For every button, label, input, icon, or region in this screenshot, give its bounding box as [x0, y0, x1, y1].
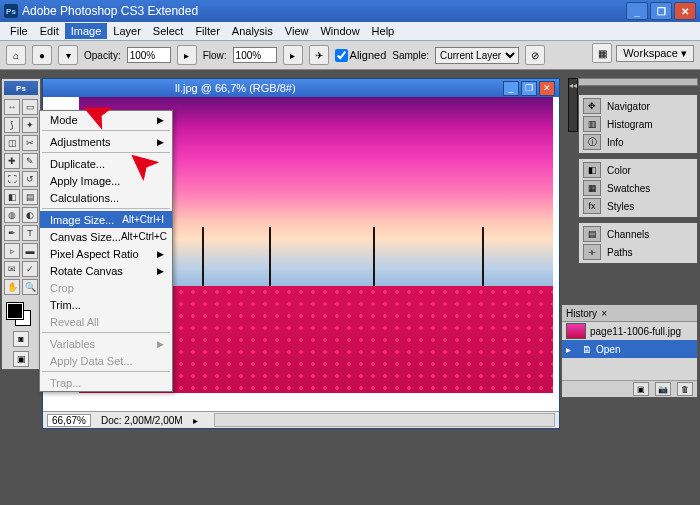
- path-tool[interactable]: ▹: [4, 243, 20, 259]
- menu-separator: [42, 208, 170, 209]
- panel-group-channels: ▤Channels⟛Paths: [578, 222, 698, 264]
- sample-ignore-icon[interactable]: ⊘: [525, 45, 545, 65]
- maximize-button[interactable]: ❐: [650, 2, 672, 20]
- menu-item-mode[interactable]: Mode▶: [40, 111, 172, 128]
- wand-tool[interactable]: ✦: [22, 117, 38, 133]
- aligned-checkbox[interactable]: [335, 49, 348, 62]
- menu-item-label: Trap...: [50, 377, 81, 389]
- marquee-tool[interactable]: ▭: [22, 99, 38, 115]
- toolbox-header[interactable]: Ps: [4, 81, 38, 95]
- menu-item-label: Variables: [50, 338, 95, 350]
- doc-maximize-button[interactable]: ❐: [521, 81, 537, 96]
- menu-help[interactable]: Help: [366, 23, 401, 39]
- menu-view[interactable]: View: [279, 23, 315, 39]
- zoom-field[interactable]: 66,67%: [47, 414, 91, 427]
- history-empty: [562, 358, 697, 380]
- menu-item-duplicate[interactable]: Duplicate...: [40, 155, 172, 172]
- history-brush-target-icon[interactable]: ▸: [566, 344, 578, 355]
- menu-item-rotate-canvas[interactable]: Rotate Canvas▶: [40, 262, 172, 279]
- dodge-tool[interactable]: ◐: [22, 207, 38, 223]
- panel-row-info[interactable]: ⓘInfo: [581, 133, 695, 151]
- doc-info[interactable]: Doc: 2,00M/2,00M: [101, 415, 183, 426]
- screenmode-button[interactable]: ▣: [13, 351, 29, 367]
- panel-label: Swatches: [607, 183, 650, 194]
- sample-dropdown[interactable]: Current Layer: [435, 47, 519, 64]
- panel-label: Histogram: [607, 119, 653, 130]
- eyedropper-tool[interactable]: ✓: [22, 261, 38, 277]
- brush-tool[interactable]: ✎: [22, 153, 38, 169]
- airbrush-icon[interactable]: ✈: [309, 45, 329, 65]
- menu-image[interactable]: Image: [65, 23, 108, 39]
- menu-item-adjustments[interactable]: Adjustments▶: [40, 133, 172, 150]
- history-source-row[interactable]: page11-1006-full.jpg: [562, 322, 697, 340]
- lasso-tool[interactable]: ⟆: [4, 117, 20, 133]
- panel-collapse-toggle[interactable]: ◂◂: [568, 78, 578, 132]
- quickmask-button[interactable]: ◙: [13, 331, 29, 347]
- type-tool[interactable]: T: [22, 225, 38, 241]
- menu-shortcut: Alt+Ctrl+C: [121, 231, 167, 242]
- menu-item-label: Pixel Aspect Ratio: [50, 248, 139, 260]
- opacity-arrow-icon[interactable]: ▸: [177, 45, 197, 65]
- chevron-right-icon[interactable]: ▸: [193, 415, 198, 426]
- shape-tool[interactable]: ▬: [22, 243, 38, 259]
- close-tab-icon[interactable]: ×: [601, 308, 607, 319]
- panel-row-navigator[interactable]: ✥Navigator: [581, 97, 695, 115]
- menu-file[interactable]: File: [4, 23, 34, 39]
- go-bridge-icon[interactable]: ▦: [592, 43, 612, 63]
- slice-tool[interactable]: ✂: [22, 135, 38, 151]
- pen-tool[interactable]: ✒: [4, 225, 20, 241]
- menu-item-trim[interactable]: Trim...: [40, 296, 172, 313]
- move-tool[interactable]: ↔: [4, 99, 20, 115]
- panel-row-styles[interactable]: fxStyles: [581, 197, 695, 215]
- heal-tool[interactable]: ✚: [4, 153, 20, 169]
- tool-preset-icon[interactable]: ⌂: [6, 45, 26, 65]
- panel-row-paths[interactable]: ⟛Paths: [581, 243, 695, 261]
- menu-analysis[interactable]: Analysis: [226, 23, 279, 39]
- delete-state-button[interactable]: 🗑: [677, 382, 693, 396]
- history-brush-tool[interactable]: ↺: [22, 171, 38, 187]
- menu-edit[interactable]: Edit: [34, 23, 65, 39]
- foreground-swatch[interactable]: [7, 303, 23, 319]
- new-doc-from-state-button[interactable]: ▣: [633, 382, 649, 396]
- panel-row-color[interactable]: ◧Color: [581, 161, 695, 179]
- crop-tool[interactable]: ◫: [4, 135, 20, 151]
- document-titlebar[interactable]: ll.jpg @ 66,7% (RGB/8#) _ ❐ ✕: [43, 79, 559, 97]
- blur-tool[interactable]: ◍: [4, 207, 20, 223]
- menu-filter[interactable]: Filter: [189, 23, 225, 39]
- gradient-tool[interactable]: ▤: [22, 189, 38, 205]
- panel-row-swatches[interactable]: ▦Swatches: [581, 179, 695, 197]
- menu-window[interactable]: Window: [314, 23, 365, 39]
- stamp-tool[interactable]: ⛶: [4, 171, 20, 187]
- doc-minimize-button[interactable]: _: [503, 81, 519, 96]
- app-title: Adobe Photoshop CS3 Extended: [22, 4, 198, 18]
- doc-close-button[interactable]: ✕: [539, 81, 555, 96]
- menu-item-canvas-size[interactable]: Canvas Size...Alt+Ctrl+C: [40, 228, 172, 245]
- notes-tool[interactable]: ✉: [4, 261, 20, 277]
- new-snapshot-button[interactable]: 📷: [655, 382, 671, 396]
- history-state-row[interactable]: ▸ 🗎 Open: [562, 340, 697, 358]
- menu-item-image-size[interactable]: Image Size...Alt+Ctrl+I: [40, 211, 172, 228]
- opacity-input[interactable]: [127, 47, 171, 63]
- horizontal-scrollbar[interactable]: [214, 413, 555, 427]
- close-button[interactable]: ✕: [674, 2, 696, 20]
- flow-arrow-icon[interactable]: ▸: [283, 45, 303, 65]
- brush-preset-icon[interactable]: ●: [32, 45, 52, 65]
- minimize-button[interactable]: _: [626, 2, 648, 20]
- mode-dropdown-icon[interactable]: ▾: [58, 45, 78, 65]
- menu-layer[interactable]: Layer: [107, 23, 147, 39]
- menu-select[interactable]: Select: [147, 23, 190, 39]
- menu-item-label: Rotate Canvas: [50, 265, 123, 277]
- menu-item-calculations[interactable]: Calculations...: [40, 189, 172, 206]
- hand-tool[interactable]: ✋: [4, 279, 20, 295]
- workspace-button[interactable]: Workspace ▾: [616, 45, 694, 62]
- zoom-tool[interactable]: 🔍: [22, 279, 38, 295]
- panel-resize-handle[interactable]: [578, 78, 698, 86]
- eraser-tool[interactable]: ◧: [4, 189, 20, 205]
- menu-separator: [42, 371, 170, 372]
- flow-input[interactable]: [233, 47, 277, 63]
- history-tab[interactable]: History: [566, 308, 597, 319]
- panel-row-channels[interactable]: ▤Channels: [581, 225, 695, 243]
- menu-item-pixel-aspect-ratio[interactable]: Pixel Aspect Ratio▶: [40, 245, 172, 262]
- panel-row-histogram[interactable]: ▥Histogram: [581, 115, 695, 133]
- menu-item-apply-image[interactable]: Apply Image...: [40, 172, 172, 189]
